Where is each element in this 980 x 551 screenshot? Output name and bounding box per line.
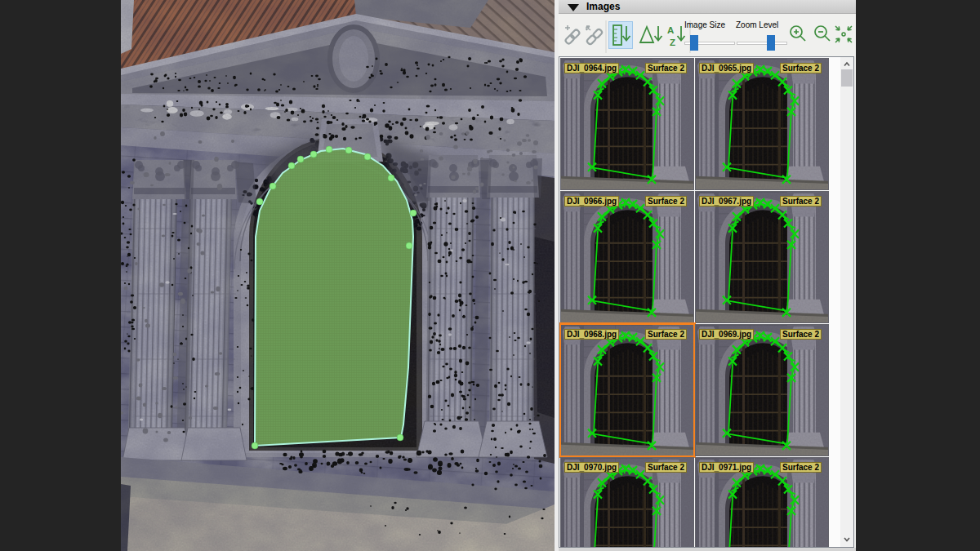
svg-text:Z: Z <box>670 38 675 47</box>
svg-text:A: A <box>667 25 674 35</box>
